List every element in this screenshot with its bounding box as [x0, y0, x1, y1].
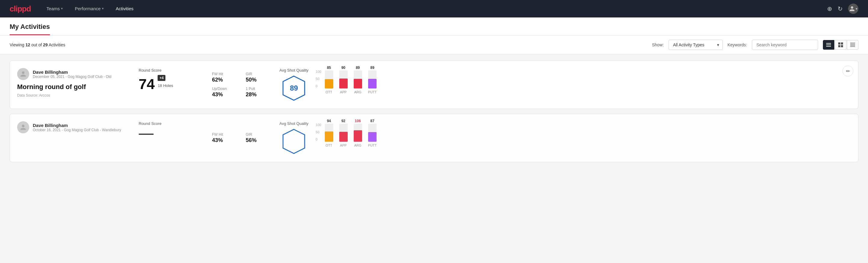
avg-shot-quality-label: Avg Shot Quality	[279, 121, 309, 126]
activity-title: Morning round of golf	[17, 83, 131, 91]
fw-hit-value: 62%	[212, 77, 239, 83]
list-view-button[interactable]	[823, 40, 834, 50]
score-badge: +4	[158, 75, 165, 81]
gir-label: GIR	[246, 72, 272, 76]
bar-chart: 94 OTT 92 APP 106	[325, 123, 377, 153]
svg-rect-3	[838, 42, 840, 45]
fw-hit-label: FW Hit	[212, 72, 239, 76]
search-input[interactable]	[752, 40, 818, 50]
card-stats: Round Score 74 +4 18 Holes	[138, 68, 205, 94]
page-header: My Activities	[0, 18, 868, 35]
user-avatar-menu[interactable]: ▾	[848, 4, 858, 14]
teams-chevron-icon: ▾	[61, 7, 63, 10]
performance-chevron-icon: ▾	[102, 7, 104, 10]
user-date: December 05, 2021 - Gog Magog Golf Club …	[33, 75, 111, 79]
navbar: clippd Teams ▾ Performance ▾ Activities …	[0, 0, 868, 18]
bar-group-ott: 85 OTT	[325, 66, 333, 94]
user-date: October 16, 2021 - Gog Magog Golf Club -…	[33, 128, 121, 132]
bar-ott	[325, 132, 333, 142]
card-stats: Round Score	[138, 121, 205, 140]
activity-type-select[interactable]: All Activity Types	[669, 40, 723, 50]
bar-group-arg: 106 ARG	[354, 119, 362, 147]
activity-card: Dave Billingham October 16, 2021 - Gog M…	[10, 114, 858, 162]
hexagon-wrapper	[279, 128, 309, 155]
user-info: Dave Billingham December 05, 2021 - Gog …	[17, 68, 131, 80]
page-title: My Activities	[10, 23, 50, 35]
viewing-count-text: Viewing 12 out of 29 Activities	[10, 42, 647, 47]
fw-hit-label: FW Hit	[212, 133, 239, 137]
view-buttons	[823, 40, 858, 50]
score-value: 74	[138, 77, 155, 91]
bar-group-putt: 89 PUTT	[368, 66, 377, 94]
quality-section: Avg Shot Quality 89 100 50 0	[279, 68, 851, 101]
quality-section: Avg Shot Quality 100 50 0	[279, 121, 851, 155]
chart-wrapper: 100 50 0 85 OTT 90	[316, 70, 377, 100]
gir-metric: GIR 56%	[246, 133, 272, 144]
one-putt-label: 1 Putt	[246, 87, 272, 91]
user-info: Dave Billingham October 16, 2021 - Gog M…	[17, 121, 131, 133]
svg-rect-7	[850, 43, 855, 43]
edit-button[interactable]: ✏	[842, 66, 853, 77]
bar-arg	[354, 79, 362, 88]
svg-rect-8	[850, 44, 855, 45]
grid-view-button[interactable]	[835, 40, 846, 50]
bar-putt	[368, 79, 377, 88]
updown-value: 43%	[212, 91, 239, 98]
card-left: Dave Billingham December 05, 2021 - Gog …	[17, 68, 131, 97]
svg-rect-0	[826, 43, 831, 43]
filter-bar: Viewing 12 out of 29 Activities Show: Al…	[0, 35, 868, 55]
bar-group-ott: 94 OTT	[325, 119, 333, 147]
user-name: Dave Billingham	[33, 123, 121, 128]
bar-group-app: 92 APP	[339, 119, 348, 147]
updown-metric: Up/Down 43%	[212, 87, 239, 98]
round-score-row: 74 +4 18 Holes	[138, 75, 205, 91]
nav-right: ⊕ ↻ ▾	[827, 4, 858, 14]
gir-metric: GIR 50%	[246, 72, 272, 83]
updown-label: Up/Down	[212, 87, 239, 91]
round-score-label: Round Score	[138, 121, 205, 126]
bar-arg	[354, 130, 362, 142]
gir-label: GIR	[246, 133, 272, 137]
activity-card: Dave Billingham December 05, 2021 - Gog …	[10, 60, 858, 109]
svg-rect-9	[850, 45, 855, 46]
bar-putt	[368, 132, 377, 141]
avatar	[17, 121, 29, 133]
svg-rect-4	[841, 42, 843, 45]
fw-hit-metric: FW Hit 62%	[212, 72, 239, 83]
fw-hit-value: 43%	[212, 137, 239, 144]
add-icon[interactable]: ⊕	[827, 5, 832, 12]
bar-group-arg: 89 ARG	[354, 66, 362, 94]
bar-chart: 85 OTT 90 APP	[325, 70, 377, 100]
shot-metrics: FW Hit 62% GIR 50% Up/Down 43% 1 Putt 28…	[212, 72, 272, 98]
hexagon	[282, 128, 306, 155]
chart-wrapper: 100 50 0 94 OTT 92	[316, 123, 377, 153]
bar-ott	[325, 79, 333, 88]
fw-hit-metric: FW Hit 43%	[212, 133, 239, 144]
card-left: Dave Billingham October 16, 2021 - Gog M…	[17, 121, 131, 136]
bar-app	[339, 79, 348, 88]
avg-shot-quality-label: Avg Shot Quality	[279, 68, 309, 72]
one-putt-metric: 1 Putt 28%	[246, 87, 272, 98]
svg-rect-10	[850, 46, 855, 47]
gir-value: 50%	[246, 77, 272, 83]
bar-app	[339, 132, 348, 142]
svg-rect-6	[841, 45, 843, 47]
activities-list: Dave Billingham December 05, 2021 - Gog …	[0, 55, 868, 168]
nav-item-performance[interactable]: Performance ▾	[74, 1, 105, 17]
user-name: Dave Billingham	[33, 69, 111, 75]
avatar	[17, 68, 29, 80]
refresh-icon[interactable]: ↻	[838, 5, 843, 12]
compact-view-button[interactable]	[847, 40, 858, 50]
activity-type-select-wrapper: All Activity Types	[669, 40, 723, 50]
one-putt-value: 28%	[246, 91, 272, 98]
hexagon-wrapper: 89	[279, 75, 309, 101]
bar-group-putt: 87 PUTT	[368, 119, 377, 147]
svg-marker-12	[283, 129, 305, 153]
nav-item-activities[interactable]: Activities	[115, 1, 135, 17]
logo: clippd	[10, 4, 31, 13]
svg-rect-1	[826, 45, 831, 45]
hexagon: 89	[282, 75, 306, 101]
nav-item-teams[interactable]: Teams ▾	[45, 1, 64, 17]
svg-rect-2	[826, 46, 831, 47]
round-score-label: Round Score	[138, 68, 205, 72]
